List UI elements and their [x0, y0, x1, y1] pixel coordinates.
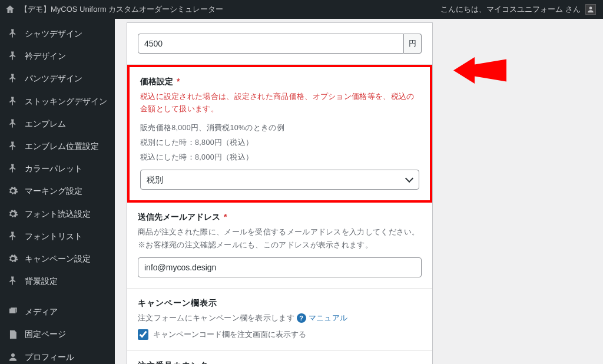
- sidebar-item-label: メディア: [25, 306, 58, 317]
- sidebar-item[interactable]: キャンペーン設定: [0, 247, 115, 270]
- sidebar-item-label: エンブレム: [25, 118, 66, 129]
- admin-sidebar: シャツデザイン衿デザインパンツデザインストッキングデザインエンブレムエンブレム位…: [0, 19, 115, 364]
- sidebar-item[interactable]: 衿デザイン: [0, 45, 115, 67]
- sidebar-item-label: 衿デザイン: [25, 51, 66, 61]
- campaign-checkbox-label: キャンペーンコード欄を注文画面に表示する: [153, 330, 306, 340]
- sidebar-item-label: フォント読込設定: [25, 209, 91, 219]
- section-tax-setting: 価格設定 * 税込に設定された場合は、設定された商品価格、オプション価格等を、税…: [127, 65, 432, 203]
- campaign-desc: 注文フォームにキャンペーン欄を表示します ? マニュアル: [138, 312, 422, 325]
- pin-icon: [7, 118, 19, 129]
- sidebar-item[interactable]: マーキング設定: [0, 180, 115, 202]
- section-price-partial: 円: [127, 23, 432, 65]
- user-icon: [7, 352, 19, 362]
- settings-postbox: 円 価格設定 * 税込に設定された場合は、設定された商品価格、オプション価格等を…: [127, 22, 433, 364]
- greeting-text[interactable]: こんにちは、マイコスユニフォーム さん: [440, 4, 581, 15]
- home-icon[interactable]: [5, 4, 15, 15]
- sidebar-item[interactable]: フォント読込設定: [0, 203, 115, 225]
- pin-icon: [7, 231, 19, 241]
- section-title: 注文番号カウンター: [138, 360, 422, 364]
- sidebar-item[interactable]: フォントリスト: [0, 225, 115, 247]
- sidebar-item[interactable]: プロフィール: [0, 346, 115, 364]
- media-icon: [7, 306, 19, 317]
- adminbar: 【デモ】MyCOS Uniform カスタムオーダーシミュレーター こんにちは、…: [0, 0, 603, 19]
- sidebar-item-label: キャンペーン設定: [25, 253, 91, 264]
- section-email: 送信先メールアドレス * 商品が注文された際に、メールを受信するメールアドレスを…: [127, 203, 432, 289]
- site-title[interactable]: 【デモ】MyCOS Uniform カスタムオーダーシミュレーター: [20, 4, 223, 15]
- gear-icon: [7, 186, 19, 196]
- section-title-text: 送信先メールアドレス: [138, 212, 220, 221]
- price-input[interactable]: [138, 34, 404, 54]
- campaign-checkbox[interactable]: [138, 329, 148, 340]
- sidebar-item-label: カラーパレット: [25, 163, 82, 174]
- tax-example-3: 税込にした時：8,000円（税込）: [140, 151, 419, 164]
- price-suffix: 円: [404, 34, 422, 54]
- svg-point-0: [589, 6, 592, 9]
- help-icon: ?: [297, 313, 306, 323]
- sidebar-item[interactable]: メディア: [0, 300, 115, 323]
- sidebar-item[interactable]: 背景設定: [0, 270, 115, 292]
- tax-example-2: 税別にした時：8,800円（税込）: [140, 137, 419, 149]
- gear-icon: [7, 209, 19, 219]
- pin-icon: [7, 28, 19, 39]
- required-mark: *: [224, 212, 227, 221]
- avatar[interactable]: [585, 4, 596, 15]
- sidebar-item[interactable]: エンブレム: [0, 112, 115, 135]
- page-icon: [7, 329, 19, 340]
- email-desc: 商品が注文された際に、メールを受信するメールアドレスを入力してください。 ※お客…: [138, 226, 422, 252]
- sidebar-item[interactable]: カラーパレット: [0, 157, 115, 180]
- sidebar-item-label: プロフィール: [25, 352, 74, 362]
- tax-select[interactable]: 税別: [140, 170, 419, 190]
- section-counter: 注文番号カウンター この値に+1した値が、次回注文時の注文番号として保存されます…: [127, 351, 432, 364]
- section-title: 価格設定 *: [140, 77, 419, 87]
- section-title-text: 価格設定: [140, 77, 173, 86]
- sidebar-item-label: フォントリスト: [25, 231, 82, 241]
- sidebar-item[interactable]: ストッキングデザイン: [0, 90, 115, 112]
- email-input[interactable]: [138, 257, 422, 277]
- pin-icon: [7, 276, 19, 286]
- sidebar-item[interactable]: 固定ページ: [0, 323, 115, 345]
- pin-icon: [7, 96, 19, 107]
- pin-icon: [7, 51, 19, 61]
- sidebar-item-label: パンツデザイン: [25, 73, 82, 84]
- sidebar-item-label: 固定ページ: [25, 329, 66, 339]
- pin-icon: [7, 141, 19, 151]
- required-mark: *: [177, 77, 180, 86]
- sidebar-item-label: マーキング設定: [25, 186, 82, 196]
- pin-icon: [7, 73, 19, 84]
- section-campaign: キャンペーン欄表示 注文フォームにキャンペーン欄を表示します ? マニュアル キ…: [127, 289, 432, 351]
- sidebar-item-label: シャツデザイン: [25, 28, 82, 39]
- campaign-checkbox-row[interactable]: キャンペーンコード欄を注文画面に表示する: [138, 329, 422, 340]
- tax-example-1: 販売価格8,000円、消費税10%のときの例: [140, 122, 419, 134]
- svg-point-1: [11, 353, 15, 357]
- pin-icon: [7, 163, 19, 174]
- sidebar-item-label: 背景設定: [25, 276, 58, 286]
- gear-icon: [7, 253, 19, 264]
- sidebar-item-label: ストッキングデザイン: [25, 96, 107, 107]
- sidebar-item-label: エンブレム位置設定: [25, 141, 99, 151]
- main-content: 円 価格設定 * 税込に設定された場合は、設定された商品価格、オプション価格等を…: [115, 19, 603, 364]
- sidebar-item[interactable]: パンツデザイン: [0, 67, 115, 90]
- manual-link[interactable]: ? マニュアル: [297, 312, 348, 325]
- sidebar-item[interactable]: エンブレム位置設定: [0, 135, 115, 157]
- section-title: 送信先メールアドレス *: [138, 212, 422, 223]
- section-title: キャンペーン欄表示: [138, 298, 422, 309]
- tax-warning: 税込に設定された場合は、設定された商品価格、オプション価格等を、税込の金額として…: [140, 91, 419, 116]
- sidebar-item[interactable]: シャツデザイン: [0, 22, 115, 45]
